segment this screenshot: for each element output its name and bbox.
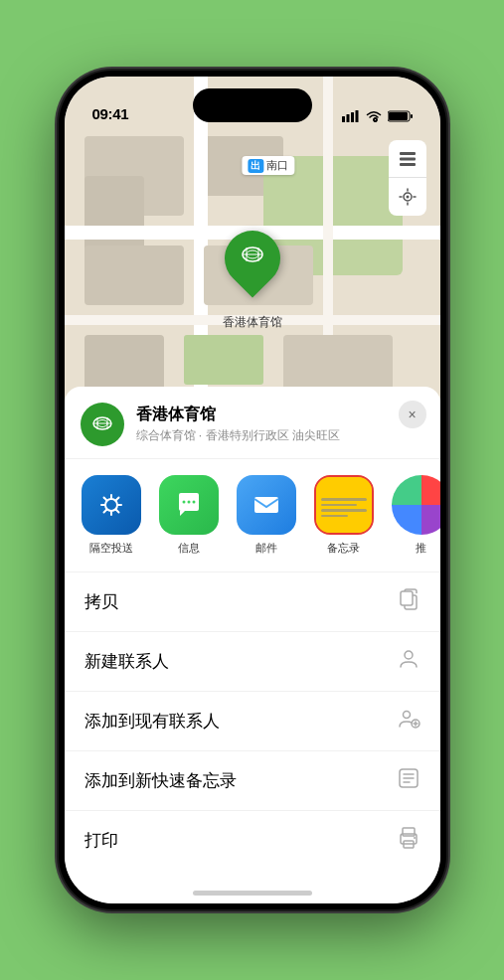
share-item-messages[interactable]: 信息 <box>154 475 224 556</box>
action-copy[interactable]: 拷贝 <box>65 572 440 632</box>
svg-point-25 <box>192 501 195 504</box>
location-button[interactable] <box>389 178 426 216</box>
airdrop-label: 隔空投送 <box>89 541 133 556</box>
home-indicator <box>193 891 312 896</box>
svg-rect-5 <box>389 112 408 120</box>
share-item-more[interactable]: 推 <box>387 475 440 556</box>
action-quick-note[interactable]: 添加到新快速备忘录 <box>65 751 440 811</box>
add-contact-icon <box>397 707 420 735</box>
messages-label: 信息 <box>178 541 200 556</box>
status-time: 09:41 <box>92 105 129 122</box>
svg-point-29 <box>405 651 413 659</box>
stadium-pin <box>213 219 291 297</box>
svg-point-11 <box>406 196 409 199</box>
close-button[interactable]: × <box>399 401 426 428</box>
action-add-contact[interactable]: 添加到现有联系人 <box>65 692 440 751</box>
add-contact-label: 添加到现有联系人 <box>84 710 220 733</box>
svg-rect-0 <box>342 116 345 122</box>
svg-point-41 <box>414 837 416 839</box>
venue-subtitle: 综合体育馆 · 香港特别行政区 油尖旺区 <box>136 427 424 444</box>
mail-icon <box>237 475 296 535</box>
svg-point-30 <box>403 712 410 719</box>
venue-icon <box>81 403 124 446</box>
svg-rect-2 <box>351 112 354 122</box>
stadium-marker: 香港体育馆 <box>223 231 282 331</box>
svg-rect-7 <box>400 152 416 155</box>
status-icons <box>342 110 413 122</box>
svg-rect-38 <box>403 828 415 836</box>
share-item-notes[interactable]: 备忘录 <box>309 475 379 556</box>
print-icon <box>397 826 420 855</box>
svg-rect-1 <box>346 114 349 122</box>
share-item-airdrop[interactable]: 隔空投送 <box>77 475 146 556</box>
svg-rect-3 <box>355 110 358 122</box>
phone-screen: 09:41 <box>65 77 440 903</box>
svg-rect-9 <box>400 163 416 166</box>
bottom-sheet: 香港体育馆 综合体育馆 · 香港特别行政区 油尖旺区 × <box>65 387 440 903</box>
wifi-icon <box>366 110 382 122</box>
notes-label: 备忘录 <box>327 541 360 556</box>
copy-label: 拷贝 <box>84 590 118 613</box>
sheet-header: 香港体育馆 综合体育馆 · 香港特别行政区 油尖旺区 × <box>65 387 440 459</box>
mail-label: 邮件 <box>255 541 277 556</box>
messages-icon <box>159 475 219 535</box>
phone-frame: 09:41 <box>59 71 446 909</box>
action-new-contact[interactable]: 新建联系人 <box>65 632 440 692</box>
notes-icon <box>314 475 374 535</box>
new-contact-label: 新建联系人 <box>84 650 169 673</box>
map-controls[interactable] <box>389 140 426 216</box>
print-label: 打印 <box>84 829 118 852</box>
svg-rect-28 <box>401 591 413 605</box>
new-contact-icon <box>397 647 420 676</box>
dynamic-island <box>193 88 312 122</box>
share-item-mail[interactable]: 邮件 <box>232 475 301 556</box>
svg-rect-8 <box>400 157 416 160</box>
more-label: 推 <box>416 541 426 556</box>
map-layers-button[interactable] <box>389 140 426 178</box>
stadium-label: 香港体育馆 <box>223 314 282 331</box>
map-location-label: 出 南口 <box>242 156 294 175</box>
battery-icon <box>388 110 413 122</box>
svg-point-23 <box>182 501 185 504</box>
venue-info: 香港体育馆 综合体育馆 · 香港特别行政区 油尖旺区 <box>136 405 424 444</box>
share-row: 隔空投送 信息 <box>65 459 440 572</box>
more-icon <box>392 475 440 535</box>
quick-note-icon <box>397 766 420 795</box>
action-list: 拷贝 新建联系人 <box>65 572 440 870</box>
action-print[interactable]: 打印 <box>65 811 440 870</box>
svg-rect-6 <box>411 114 413 118</box>
quick-note-label: 添加到新快速备忘录 <box>84 769 237 792</box>
svg-rect-26 <box>254 497 278 513</box>
copy-icon <box>397 587 420 616</box>
svg-point-24 <box>187 501 190 504</box>
venue-name: 香港体育馆 <box>136 405 424 425</box>
signal-icon <box>342 110 360 122</box>
airdrop-icon <box>82 475 141 535</box>
